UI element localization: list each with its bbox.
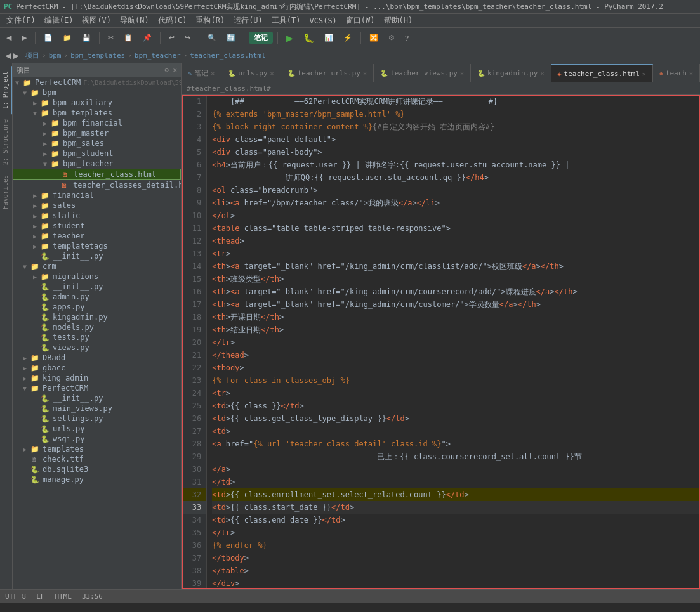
code-content[interactable]: {## ——62PerfectCRM实现CRM讲师讲课记录—— #} {% ex… [207,95,700,589]
tab-teach[interactable]: ◈ teach ✕ [653,64,700,82]
tab-teacher-views[interactable]: 🐍 teacher_views.py ✕ [374,64,471,82]
menu-item[interactable]: 重构(R) [192,15,228,27]
tree-manage-py[interactable]: ▶ 🐍 manage.py [13,474,181,485]
tab-notes[interactable]: ✎ 笔记 ✕ [182,64,221,82]
nav-crumb-file[interactable]: teacher_class.html [190,51,265,60]
tree-crm-views[interactable]: ▶ 🐍 views.py [13,342,181,353]
tree-templates[interactable]: ▶ 📁 templates [13,444,181,454]
menu-item[interactable]: 工具(T) [268,15,305,27]
toolbar-debug[interactable]: 🐛 [300,31,318,45]
tree-pcrm-settings[interactable]: ▶ 🐍 settings.py [13,413,181,424]
tree-bpm[interactable]: ▼ 📁 bpm [13,88,181,98]
tree-root[interactable]: ▼ 📁 PerfectCRM F:\BaiduNetdiskDownload\5… [13,77,181,88]
menu-item[interactable]: 文件(F) [3,15,39,27]
tree-static[interactable]: ▶ 📁 static [13,211,181,221]
menu-item[interactable]: 编辑(E) [41,15,77,27]
tree-crm-kingadmin[interactable]: ▶ 🐍 kingadmin.py [13,312,181,322]
nav-back[interactable]: ◀ [5,51,11,60]
nav-forward[interactable]: ▶ [13,51,19,60]
toolbar-settings[interactable]: ⚙ [385,32,399,44]
tree-sales[interactable]: ▶ 📁 sales [13,200,181,211]
menu-item[interactable]: VCS(S) [306,16,341,26]
tab-teacher-class-html[interactable]: ◈ teacher_class.html ✕ [551,64,653,82]
tree-teacher[interactable]: ▶ 📁 teacher [13,231,181,241]
title-bar: PC PerfectCRM - [F:\BaiduNetdiskDownload… [0,0,700,14]
tree-bpm-teacher[interactable]: ▼ 📁 bpm_teacher [13,159,181,169]
tree-pcrm-wsgi[interactable]: ▶ 🐍 wsgi.py [13,434,181,444]
tab-teacher-urls-close[interactable]: ✕ [363,70,367,77]
menu-item[interactable]: 窗口(W) [342,15,379,27]
toolbar-help[interactable]: ? [401,32,413,44]
tree-bpm-financial[interactable]: ▶ 📁 bpm_financial [13,118,181,128]
tree-perfectcrm-folder[interactable]: ▼ 📁 PerfectCRM [13,383,181,393]
toolbar-cut[interactable]: ✂ [104,32,117,44]
menu-item[interactable]: 帮助(H) [380,15,417,27]
tree-check-ttf[interactable]: ▶ 🗎 check.ttf [13,454,181,464]
toolbar-undo[interactable]: ↩ [165,32,178,44]
toolbar-redo[interactable]: ↪ [181,32,194,44]
tree-bpm-init[interactable]: ▶ 🐍 __init__.py [13,251,181,261]
menu-item[interactable]: 运行(U) [230,15,267,27]
tree-crm[interactable]: ▼ 📁 crm [13,261,181,271]
toolbar-open[interactable]: 📁 [59,32,76,44]
side-tab-structure[interactable]: 2: Structure [0,114,12,170]
tree-gbacc[interactable]: ▶ 📁 gbacc [13,363,181,373]
toolbar-new[interactable]: 📄 [40,32,56,44]
tree-bpm-student[interactable]: ▶ 📁 bpm_student [13,148,181,159]
tree-crm-init[interactable]: ▶ 🐍 __init__.py [13,282,181,292]
tree-crm-admin[interactable]: ▶ 🐍 admin.py [13,292,181,302]
tree-student[interactable]: ▶ 📁 student [13,221,181,231]
code-editor[interactable]: 1234567891011121314151617181920212223242… [182,95,700,589]
tree-bpm-templates[interactable]: ▼ 📁 bpm_templates [13,108,181,118]
tree-bpm-auxiliary[interactable]: ▶ 📁 bpm_auxiliary [13,98,181,108]
toolbar-coverage[interactable]: 📊 [320,32,337,44]
tree-templatetags[interactable]: ▶ 📁 templatetags [13,241,181,251]
toolbar-replace[interactable]: 🔄 [223,32,239,44]
menu-item[interactable]: 代码(C) [154,15,191,27]
toolbar-run[interactable]: ▶ [282,31,297,45]
tab-kingadmin[interactable]: 🐍 kingadmin.py ✕ [471,64,551,82]
tree-crm-migrations[interactable]: ▶ 📁 migrations [13,271,181,282]
tree-pcrm-init[interactable]: ▶ 🐍 __init__.py [13,393,181,403]
side-tab-project[interactable]: 1: Project [0,66,12,114]
tree-crm-models[interactable]: ▶ 🐍 models.py [13,322,181,332]
tree-dbadd[interactable]: ▶ 📁 DBadd [13,353,181,363]
menu-item[interactable]: 导航(N) [116,15,153,27]
tab-urls[interactable]: 🐍 urls.py ✕ [221,64,281,82]
nav-crumb-bpm-templates[interactable]: bpm_templates [70,51,125,60]
tab-teacher-views-close[interactable]: ✕ [460,70,464,77]
toolbar-copy[interactable]: 📋 [120,32,136,44]
tree-crm-apps[interactable]: ▶ 🐍 apps.py [13,302,181,312]
tree-root-label: PerfectCRM [35,78,81,87]
menu-item[interactable]: 视图(V) [78,15,115,27]
tab-urls-close[interactable]: ✕ [270,70,274,77]
tab-teach-close[interactable]: ✕ [689,70,693,77]
tree-bpm-sales[interactable]: ▶ 📁 bpm_sales [13,138,181,148]
tree-db-sqlite3[interactable]: ▶ 🐍 db.sqlite3 [13,464,181,474]
toolbar-paste[interactable]: 📌 [139,32,155,44]
side-tab-favorites[interactable]: Favorites [0,170,12,214]
tree-financial[interactable]: ▶ 📁 financial [13,190,181,200]
tree-pcrm-main-views[interactable]: ▶ 🐍 main_views.py [13,403,181,413]
tree-pcrm-urls[interactable]: ▶ 🐍 urls.py [13,424,181,434]
tree-teacher-classes-detail[interactable]: ▶ 🗎 teacher_classes_detail.html [13,180,181,190]
toolbar-vcs[interactable]: 🔀 [366,32,382,44]
toolbar-back[interactable]: ◀ [3,32,15,44]
tab-notes-close[interactable]: ✕ [211,70,215,77]
tree-king-admin[interactable]: ▶ 📁 king_admin [13,373,181,383]
tree-bpm-master[interactable]: ▶ 📁 bpm_master [13,128,181,138]
tab-kingadmin-close[interactable]: ✕ [541,70,545,77]
tab-teacher-class-close[interactable]: ✕ [642,70,646,77]
tree-teacher-class-html[interactable]: ▶ 🗎 teacher_class.html ➤ [13,169,181,180]
toolbar-save[interactable]: 💾 [78,32,95,44]
toolbar-find[interactable]: 🔍 [204,32,220,44]
toolbar-forward[interactable]: ▶ [18,32,30,44]
nav-crumb-root[interactable]: 项目 [25,51,39,60]
tab-teacher-urls[interactable]: 🐍 teacher_urls.py ✕ [281,64,374,82]
toolbar-perfectcrm[interactable]: 笔记 [249,32,273,44]
toolbar-profile[interactable]: ⚡ [340,32,356,44]
nav-crumb-bpm-teacher[interactable]: bpm_teacher [135,51,181,60]
tab-teacher-class-icon: ◈ [558,70,562,77]
nav-crumb-bpm[interactable]: bpm [49,51,62,60]
tree-crm-tests[interactable]: ▶ 🐍 tests.py [13,332,181,342]
